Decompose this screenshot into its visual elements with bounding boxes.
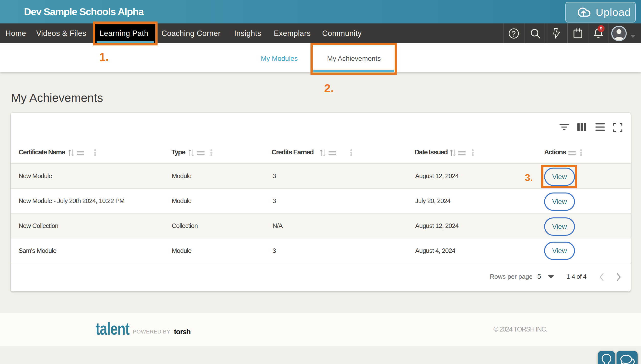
svg-text:9: 9 xyxy=(600,26,603,31)
